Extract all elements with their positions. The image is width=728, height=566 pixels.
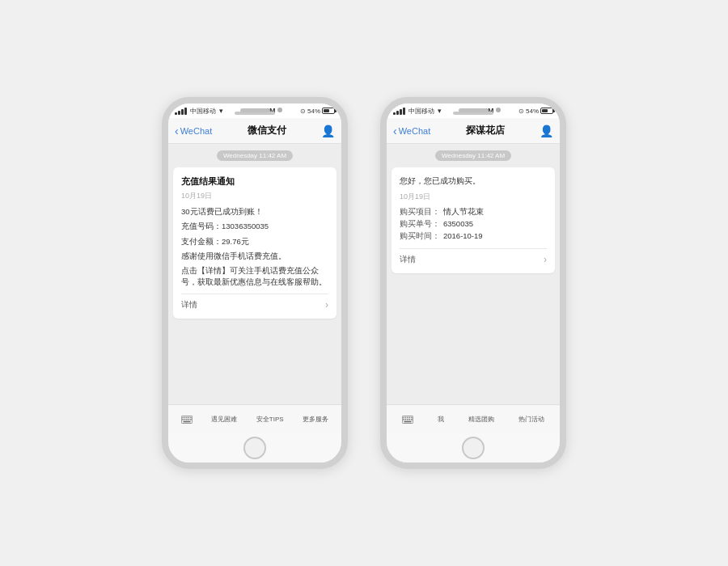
message-bubble-1: 充值结果通知 10月19日 30元话费已成功到账！ 充值号码：130363500… (173, 167, 336, 319)
phone-1-nav: ‹ WeChat 微信支付 👤 (168, 118, 341, 144)
order-label: 购买单号： (400, 219, 440, 230)
svg-rect-3 (186, 416, 187, 417)
line1: 30元话费已成功到账！ (181, 206, 328, 218)
svg-rect-16 (409, 416, 410, 417)
phone-2-speaker (459, 108, 488, 112)
help-label: 遇见困难 (211, 415, 237, 424)
hot-label: 热门活动 (518, 415, 544, 424)
order-row: 购买单号： 6350035 (400, 219, 547, 230)
line4: 感谢使用微信手机话费充值。 (181, 251, 328, 262)
carrier-label: 中国移动 (190, 107, 216, 116)
toolbar-keyboard[interactable] (181, 414, 193, 425)
carrier-label-2: 中国移动 (408, 107, 434, 116)
me-label: 我 (438, 415, 444, 424)
wifi-icon: ▾ (219, 107, 223, 115)
status-left-2: 中国移动 ▾ (393, 107, 442, 116)
item-label: 购买项目： (400, 207, 440, 218)
status-right-2: ⊙ 54% (518, 108, 553, 115)
bubble-date: 10月19日 (181, 191, 328, 201)
time-value: 2016-10-19 (443, 231, 483, 242)
phone-2-camera (496, 108, 501, 112)
battery-icon (322, 108, 335, 114)
svg-rect-6 (182, 419, 183, 420)
divider-2 (400, 248, 547, 249)
nav-title: 微信支付 (248, 124, 286, 137)
back-arrow-icon-2: ‹ (393, 125, 397, 137)
home-button[interactable] (243, 437, 266, 459)
phone-2-chat: Wednesday 11:42 AM 您好，您已成功购买。 10月19日 购买项… (387, 144, 560, 404)
user-icon-2[interactable]: 👤 (540, 125, 553, 137)
svg-rect-15 (407, 416, 408, 417)
wifi-icon-2: ▾ (438, 107, 442, 115)
nav-title-2: 探谋花店 (466, 124, 505, 137)
svg-rect-20 (407, 419, 408, 420)
phone-2-bottom (387, 433, 560, 463)
phone-1-body: 中国移动 ▾ 2:52 PM ⊙ 54% ‹ WeChat 微信支付 👤 We (162, 97, 348, 469)
details-arrow-icon: › (325, 299, 328, 310)
details-row-2[interactable]: 详情 › (400, 254, 547, 265)
phone-1-bottom (168, 433, 341, 463)
keyboard-icon-2 (402, 414, 413, 425)
phone-1-speaker (240, 108, 269, 112)
signal-icon-2 (393, 108, 405, 115)
timestamp-2: Wednesday 11:42 AM (435, 150, 511, 161)
bubble-title: 充值结果通知 (181, 175, 328, 188)
location-icon: ⊙ (300, 108, 306, 115)
toolbar-hot[interactable]: 热门活动 (518, 415, 544, 424)
message-bubble-2: 您好，您已成功购买。 10月19日 购买项目： 情人节花束 购买单号： 6350… (392, 167, 555, 273)
group-label: 精选团购 (468, 415, 494, 424)
toolbar-help[interactable]: 遇见困难 (211, 415, 237, 424)
svg-rect-17 (411, 416, 412, 417)
back-button-2[interactable]: ‹ WeChat (393, 125, 430, 137)
svg-rect-11 (183, 420, 190, 421)
line5: 点击【详情】可关注手机话费充值公众号，获取最新优惠信息与在线客服帮助。 (181, 265, 328, 289)
svg-rect-4 (188, 416, 189, 417)
phone-2: 中国移动 ▾ 2:52 PM ⊙ 54% ‹ WeChat 探谋花店 👤 We (380, 97, 566, 469)
bubble-date-2: 10月19日 (400, 192, 547, 202)
svg-rect-23 (404, 420, 411, 421)
details-arrow-icon-2: › (544, 254, 547, 265)
svg-rect-14 (405, 416, 406, 417)
phone-1: 中国移动 ▾ 2:52 PM ⊙ 54% ‹ WeChat 微信支付 👤 We (162, 97, 348, 469)
svg-rect-22 (411, 419, 412, 420)
toolbar-more[interactable]: 更多服务 (303, 415, 328, 424)
status-right: ⊙ 54% (300, 108, 335, 115)
line2-label: 充值号码： (181, 222, 222, 230)
toolbar-me[interactable]: 我 (438, 415, 444, 424)
user-icon[interactable]: 👤 (321, 125, 335, 137)
time-row: 购买时间： 2016-10-19 (400, 231, 547, 242)
home-button-2[interactable] (462, 437, 485, 459)
details-label: 详情 (181, 299, 197, 310)
phone-2-body: 中国移动 ▾ 2:52 PM ⊙ 54% ‹ WeChat 探谋花店 👤 We (380, 97, 566, 469)
timestamp: Wednesday 11:42 AM (217, 150, 293, 161)
line3-label: 支付金额： (181, 237, 222, 246)
toolbar-keyboard-2[interactable] (402, 414, 413, 425)
toolbar-group[interactable]: 精选团购 (468, 415, 494, 424)
details-row[interactable]: 详情 › (181, 299, 328, 310)
svg-rect-7 (184, 419, 185, 420)
svg-rect-2 (184, 416, 185, 417)
svg-rect-21 (409, 419, 410, 420)
line2-value: 13036350035 (222, 222, 269, 230)
item-row: 购买项目： 情人节花束 (400, 207, 547, 218)
back-label-2: WeChat (399, 126, 431, 136)
phone-2-nav: ‹ WeChat 探谋花店 👤 (387, 118, 560, 144)
svg-rect-19 (405, 419, 406, 420)
details-label-2: 详情 (400, 254, 416, 265)
battery-label: 54% (307, 108, 320, 115)
toolbar-tips[interactable]: 安全TIPS (256, 415, 284, 424)
line3: 支付金额：29.76元 (181, 236, 328, 247)
signal-icon (175, 108, 187, 115)
svg-rect-1 (182, 416, 183, 417)
tips-label: 安全TIPS (256, 415, 284, 424)
phone-1-toolbar: 遇见困难 安全TIPS 更多服务 (168, 404, 341, 433)
svg-rect-10 (190, 419, 191, 420)
back-button[interactable]: ‹ WeChat (175, 125, 212, 137)
time-label: 购买时间： (400, 231, 440, 242)
location-icon-2: ⊙ (518, 108, 524, 115)
order-value: 6350035 (443, 219, 473, 230)
svg-rect-18 (403, 419, 404, 420)
battery-label-2: 54% (526, 108, 539, 115)
keyboard-icon (181, 414, 193, 425)
line2: 充值号码：13036350035 (181, 221, 328, 232)
